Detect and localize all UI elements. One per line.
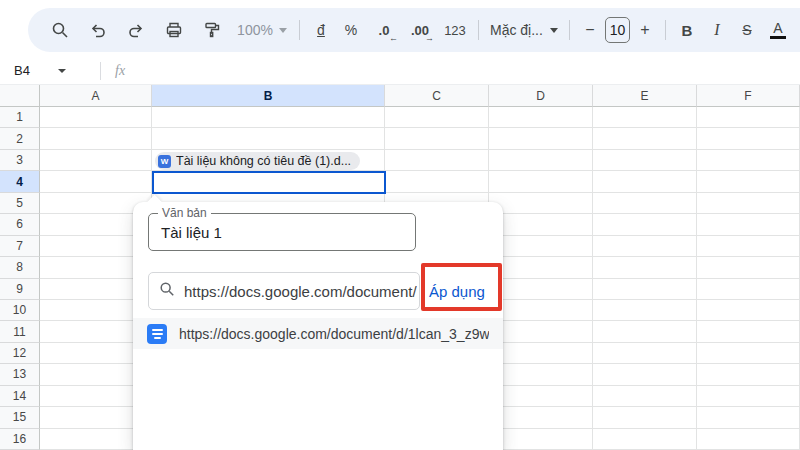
cell-F10[interactable] [697,300,800,321]
row-header-7[interactable]: 7 [0,236,40,257]
cell-E1[interactable] [593,107,697,128]
redo-button[interactable] [118,15,154,45]
zoom-control[interactable]: 100% [232,15,292,45]
cell-E5[interactable] [593,193,697,214]
cell-E9[interactable] [593,279,697,300]
increase-decimal-button[interactable]: .00 → [403,15,437,45]
cell-D16[interactable] [489,429,593,450]
cell-E2[interactable] [593,128,697,149]
cell-E15[interactable] [593,407,697,428]
cell-D9[interactable] [489,279,593,300]
font-family-select[interactable]: Mặc đị... [486,15,562,45]
column-header-C[interactable]: C [385,85,489,107]
print-button[interactable] [156,15,192,45]
cell-F11[interactable] [697,321,800,342]
cell-F12[interactable] [697,343,800,364]
row-header-2[interactable]: 2 [0,128,40,149]
cell-E8[interactable] [593,257,697,278]
link-suggestion-item[interactable]: https://docs.google.com/document/d/1lcan… [133,318,503,349]
row-header-6[interactable]: 6 [0,214,40,235]
cell-C1[interactable] [385,107,489,128]
cell-A3[interactable] [40,150,152,171]
row-header-8[interactable]: 8 [0,257,40,278]
currency-format-button[interactable]: đ [307,15,335,45]
cell-E13[interactable] [593,364,697,385]
cell-F15[interactable] [697,407,800,428]
cell-E10[interactable] [593,300,697,321]
cell-A2[interactable] [40,128,152,149]
row-header-4[interactable]: 4 [0,171,40,192]
cell-D1[interactable] [489,107,593,128]
row-header-11[interactable]: 11 [0,321,40,342]
cell-D8[interactable] [489,257,593,278]
italic-button[interactable]: I [703,15,731,45]
cell-E12[interactable] [593,343,697,364]
fx-icon[interactable]: fx [115,63,125,79]
row-header-1[interactable]: 1 [0,107,40,128]
cell-C2[interactable] [385,128,489,149]
cell-F8[interactable] [697,257,800,278]
apply-button[interactable]: Áp dụng [429,272,485,310]
cell-C4[interactable] [385,171,489,192]
cell-E4[interactable] [593,171,697,192]
cell-D3[interactable] [489,150,593,171]
cell-A4[interactable] [40,171,152,192]
cell-F4[interactable] [697,171,800,192]
name-box[interactable]: B4 [0,63,100,78]
column-header-E[interactable]: E [593,85,697,107]
row-header-16[interactable]: 16 [0,429,40,450]
cell-E11[interactable] [593,321,697,342]
cell-F6[interactable] [697,214,800,235]
row-header-12[interactable]: 12 [0,343,40,364]
search-icon[interactable] [42,15,78,45]
column-header-A[interactable]: A [40,85,152,107]
cell-E7[interactable] [593,236,697,257]
undo-button[interactable] [80,15,116,45]
cell-F9[interactable] [697,279,800,300]
more-formats-button[interactable]: 123 [439,15,471,45]
cell-F3[interactable] [697,150,800,171]
text-color-button[interactable]: A [763,15,793,45]
cell-F13[interactable] [697,364,800,385]
row-header-9[interactable]: 9 [0,279,40,300]
link-url-input[interactable]: https://docs.google.com/document/ [148,272,420,310]
cell-D11[interactable] [489,321,593,342]
paint-format-button[interactable] [194,15,230,45]
cell-D12[interactable] [489,343,593,364]
column-header-D[interactable]: D [489,85,593,107]
decrease-decimal-button[interactable]: .0 ← [367,15,401,45]
increase-font-size-button[interactable]: + [632,15,658,45]
row-header-10[interactable]: 10 [0,300,40,321]
cell-D6[interactable] [489,214,593,235]
cell-F2[interactable] [697,128,800,149]
cell-D7[interactable] [489,236,593,257]
cell-B1[interactable] [152,107,385,128]
row-header-15[interactable]: 15 [0,407,40,428]
row-header-5[interactable]: 5 [0,193,40,214]
cell-D15[interactable] [489,407,593,428]
cell-F14[interactable] [697,386,800,407]
cell-F1[interactable] [697,107,800,128]
column-header-F[interactable]: F [697,85,800,107]
bold-button[interactable]: B [673,15,701,45]
cell-F7[interactable] [697,236,800,257]
cell-E16[interactable] [593,429,697,450]
select-all-corner[interactable] [0,85,40,107]
link-chip[interactable]: W Tài liệu không có tiêu đề (1).d... [155,152,360,170]
cell-E6[interactable] [593,214,697,235]
cell-C3[interactable] [385,150,489,171]
cell-D14[interactable] [489,386,593,407]
cell-D5[interactable] [489,193,593,214]
decrease-font-size-button[interactable]: − [577,15,603,45]
row-header-13[interactable]: 13 [0,364,40,385]
cell-D10[interactable] [489,300,593,321]
cell-F5[interactable] [697,193,800,214]
cell-B2[interactable] [152,128,385,149]
cell-F16[interactable] [697,429,800,450]
cell-D2[interactable] [489,128,593,149]
link-text-field[interactable]: Văn bản Tài liệu 1 [148,213,416,251]
percent-format-button[interactable]: % [337,15,365,45]
cell-D13[interactable] [489,364,593,385]
font-size-input[interactable]: 10 [605,17,630,43]
column-header-B[interactable]: B [152,85,385,107]
